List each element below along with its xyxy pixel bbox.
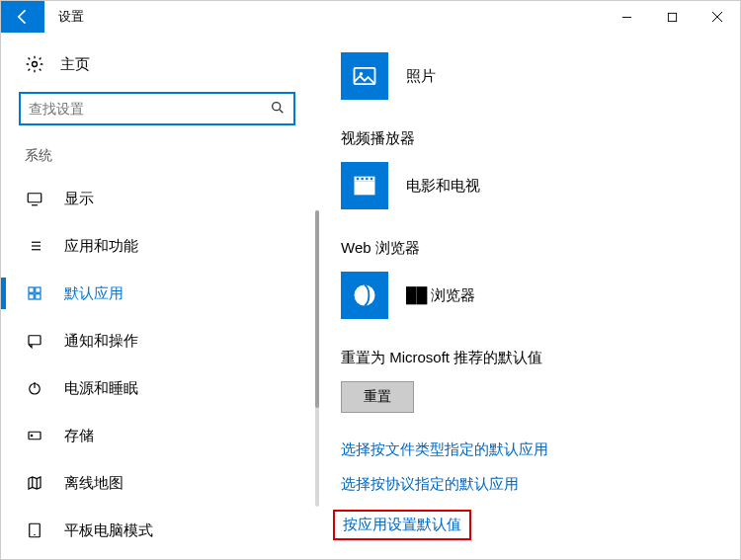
svg-rect-18 <box>36 294 41 299</box>
svg-rect-16 <box>36 287 41 292</box>
notifications-icon <box>25 331 44 351</box>
movies-tile-icon <box>341 162 388 209</box>
content: 照片 视频播放器 电影和电视 Web 浏览器 ██ 浏览器 重置为 Micr <box>327 33 740 559</box>
video-app-row[interactable]: 电影和电视 <box>341 162 726 209</box>
link-by-filetype[interactable]: 选择按文件类型指定的默认应用 <box>341 440 726 459</box>
maximize-button[interactable] <box>649 1 695 33</box>
settings-window: 设置 主页 <box>0 0 741 560</box>
home-link[interactable]: 主页 <box>1 50 327 92</box>
link-by-app[interactable]: 按应用设置默认值 <box>333 510 471 540</box>
sidebar-scrollbar-thumb[interactable] <box>315 210 319 408</box>
svg-point-23 <box>31 435 33 437</box>
nav-label: 默认应用 <box>64 284 124 303</box>
gear-icon <box>25 54 44 74</box>
photos-label: 照片 <box>406 67 436 86</box>
window-body: 主页 系统 显示 <box>1 33 740 559</box>
nav-item-power[interactable]: 电源和睡眠 <box>1 364 327 412</box>
svg-point-4 <box>33 62 38 67</box>
photos-app-row[interactable]: 照片 <box>341 52 726 100</box>
web-app-row[interactable]: ██ 浏览器 <box>341 272 726 319</box>
svg-rect-7 <box>28 194 41 202</box>
nav-label: 显示 <box>64 190 94 208</box>
nav-list: 显示 应用和功能 默认应用 <box>1 175 327 554</box>
search-icon <box>270 100 286 119</box>
section-label: 系统 <box>1 147 327 175</box>
sidebar-scrollbar[interactable] <box>315 210 319 507</box>
nav-item-notifications[interactable]: 通知和操作 <box>1 317 327 364</box>
svg-line-6 <box>280 110 283 113</box>
nav-item-default-apps[interactable]: 默认应用 <box>1 270 327 317</box>
video-app-label: 电影和电视 <box>406 177 480 196</box>
svg-rect-34 <box>366 178 368 180</box>
svg-rect-32 <box>357 178 359 180</box>
power-icon <box>25 378 44 398</box>
nav-label: 通知和操作 <box>64 332 138 351</box>
svg-rect-1 <box>668 13 676 21</box>
sidebar: 主页 系统 显示 <box>1 33 327 559</box>
nav-label: 离线地图 <box>64 474 124 493</box>
nav-label: 应用和功能 <box>64 237 138 256</box>
window-title: 设置 <box>44 1 98 33</box>
list-icon <box>25 236 44 256</box>
browser-tile-icon <box>341 272 388 319</box>
web-browser-heading: Web 浏览器 <box>341 239 726 258</box>
monitor-icon <box>25 189 44 208</box>
back-button[interactable] <box>1 1 44 33</box>
video-player-heading: 视频播放器 <box>341 129 726 148</box>
link-by-protocol[interactable]: 选择按协议指定的默认应用 <box>341 475 726 494</box>
nav-label: 存储 <box>64 427 94 445</box>
svg-rect-30 <box>355 181 375 195</box>
svg-rect-35 <box>370 178 372 180</box>
storage-icon <box>25 426 44 445</box>
web-app-label: ██ 浏览器 <box>406 286 475 305</box>
minimize-button[interactable] <box>604 1 649 33</box>
svg-point-5 <box>273 102 281 110</box>
search-input[interactable] <box>29 101 270 117</box>
nav-label: 平板电脑模式 <box>64 521 153 540</box>
nav-item-offline-maps[interactable]: 离线地图 <box>1 459 327 507</box>
tablet-icon <box>25 520 44 540</box>
reset-heading: 重置为 Microsoft 推荐的默认值 <box>341 349 726 367</box>
close-button[interactable] <box>695 1 740 33</box>
nav-item-storage[interactable]: 存储 <box>1 412 327 459</box>
home-label: 主页 <box>60 55 90 74</box>
search-box[interactable] <box>19 92 295 125</box>
svg-rect-33 <box>362 178 364 180</box>
photos-tile-icon <box>341 52 388 100</box>
svg-rect-15 <box>29 287 34 292</box>
nav-item-apps-features[interactable]: 应用和功能 <box>1 222 327 270</box>
search-wrap <box>1 92 327 147</box>
default-apps-icon <box>25 283 44 303</box>
svg-rect-17 <box>29 294 34 299</box>
nav-item-display[interactable]: 显示 <box>1 175 327 222</box>
nav-label: 电源和睡眠 <box>64 379 138 398</box>
svg-rect-19 <box>29 336 41 345</box>
map-icon <box>25 473 44 493</box>
reset-button[interactable]: 重置 <box>341 381 414 413</box>
titlebar: 设置 <box>1 1 740 33</box>
svg-point-36 <box>355 285 375 306</box>
nav-item-tablet-mode[interactable]: 平板电脑模式 <box>1 507 327 554</box>
